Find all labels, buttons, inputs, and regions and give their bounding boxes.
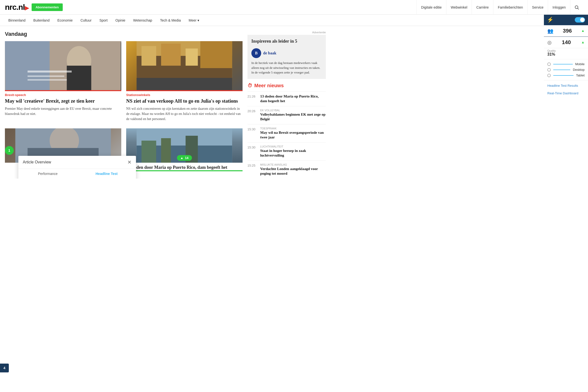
readers-count: 140 <box>562 39 571 46</box>
de-baak-logo: B de baak <box>251 46 322 60</box>
bottom-badge: ▲ 14 <box>177 155 192 161</box>
article-stations[interactable]: Stationswinkels NS ziet af van verkoop A… <box>126 41 242 124</box>
search-icon[interactable] <box>570 0 583 15</box>
desktop-radio[interactable] <box>547 68 551 72</box>
tablet-label: Tablet <box>576 74 584 77</box>
ext-links: Headline Test Results Real-Time Dashboar… <box>544 80 588 98</box>
svg-rect-6 <box>28 70 72 72</box>
ext-logo-icon: ⚡ <box>547 17 554 23</box>
nav-digitale-editie[interactable]: Digitale editie <box>416 0 446 15</box>
nav-economie[interactable]: Economie <box>54 15 76 26</box>
svg-rect-12 <box>161 44 181 66</box>
nav-wetenschap[interactable]: Wetenschap <box>130 15 156 26</box>
article-may-category: Brexit-speech <box>5 93 121 97</box>
article-may-summary: Premier May deed enkele toezeggingen aan… <box>5 106 121 116</box>
mobile-line <box>553 64 573 64</box>
mobile-radio[interactable] <box>547 62 551 66</box>
meer-chevron-icon: ▾ <box>198 18 199 22</box>
nav-meer-button[interactable]: Meer ▾ <box>185 15 202 26</box>
article-stations-image <box>126 41 242 90</box>
nav-service[interactable]: Service <box>528 0 548 15</box>
secondary-nav: Binnenland Buitenland Economie Cultuur S… <box>0 15 588 26</box>
nav-familieberichten[interactable]: Familieberichten <box>493 0 528 15</box>
quality-label: Quality <box>547 49 584 52</box>
logo[interactable]: nrc.nl▶ <box>5 3 29 12</box>
nav-sport[interactable]: Sport <box>96 15 111 26</box>
news-item-1[interactable]: 20:26 EK VOLLEYBAL Volleybaldames beginn… <box>248 106 326 124</box>
news-content-1: EK VOLLEYBAL Volleybaldames beginnen EK … <box>260 109 326 122</box>
svg-rect-13 <box>186 48 198 66</box>
news-item-3[interactable]: 15:30 LUCHTKWALITEIT Staat in hoger bero… <box>248 142 326 160</box>
logo-arrow: ▶ <box>25 5 29 11</box>
badge-count: 14 <box>185 156 188 160</box>
realtime-dashboard-link[interactable]: Real-Time Dashboard <box>544 90 588 97</box>
users-icon: 👥 <box>547 28 554 34</box>
news-content-0: 13 doden door Maria op Puerto Rico, dam … <box>260 94 326 104</box>
nav-tech-media[interactable]: Tech & Media <box>156 15 184 26</box>
meer-nieuws-label: Meer nieuws <box>254 83 284 88</box>
svg-rect-21 <box>142 141 156 163</box>
svg-rect-14 <box>200 41 232 68</box>
tab-performance[interactable]: Performance <box>18 169 77 178</box>
bottom-article-puerto-rico[interactable]: ▲ 14 13 doden door Maria op Puerto Rico,… <box>126 128 242 171</box>
modal-title: Article Overview <box>23 160 51 164</box>
logo-nrc: nrc.nl <box>5 3 25 12</box>
ext-toggle[interactable] <box>575 17 585 22</box>
abonnement-button[interactable]: Abonnementen <box>32 4 63 11</box>
news-time-2: 15:30 <box>248 127 257 140</box>
users-trend-icon: ▲ <box>581 29 584 33</box>
ext-devices: Mobile Desktop Tablet <box>544 59 588 80</box>
modal-header: Article Overview ✕ <box>18 156 136 169</box>
nav-webwinkel[interactable]: Webwinkel <box>446 0 472 15</box>
modal-close-button[interactable]: ✕ <box>128 159 132 165</box>
device-desktop-row: Desktop <box>547 67 584 72</box>
desktop-line <box>553 70 570 70</box>
bottom-puerto-rico-title: 13 doden door Maria op Puerto Rico, dam … <box>126 165 242 170</box>
modal-tabs: Performance Headline Test <box>18 169 136 178</box>
svg-point-0 <box>575 6 578 8</box>
headline-test-results-link[interactable]: Headline Test Results <box>544 82 588 90</box>
quality-value: 31% <box>547 52 584 56</box>
news-item-4[interactable]: 15:25 MISLUKTE AANSLAG Verdachte Londen … <box>248 160 326 178</box>
extension-widget: ⚡ 👥 396 ▲ ◎ 140 ▲ Quality 31% Mobile <box>544 15 588 98</box>
article-stations-title: NS ziet af van verkoop AH to go en Julia… <box>126 98 242 104</box>
ext-quality: Quality 31% <box>544 48 588 59</box>
news-time-3: 15:30 <box>248 145 257 158</box>
baak-icon: B <box>251 48 261 58</box>
mobile-label: Mobile <box>575 62 584 66</box>
article-may[interactable]: Brexit-speech May wil 'creatieve' Brexit… <box>5 41 121 124</box>
nav-buitenland[interactable]: Buitenland <box>30 15 53 26</box>
meer-label: Meer <box>189 18 196 22</box>
logo-area: nrc.nl▶ Abonnementen <box>5 3 63 12</box>
advertentie-label: Advertentie <box>248 31 326 34</box>
desktop-label: Desktop <box>573 68 584 72</box>
de-baak-label: de baak <box>263 51 276 55</box>
news-content-4: MISLUKTE AANSLAG Verdachte Londen aangek… <box>260 163 326 176</box>
news-content-3: LUCHTKWALITEIT Staat in hoger beroep in … <box>260 145 326 158</box>
svg-rect-15 <box>137 78 232 90</box>
nav-carriere[interactable]: Carrière <box>472 0 493 15</box>
svg-rect-22 <box>161 138 171 163</box>
nav-cultuur[interactable]: Cultuur <box>77 15 95 26</box>
nav-inloggen[interactable]: Inloggen <box>548 0 570 15</box>
news-title-0: 13 doden door Maria op Puerto Rico, dam … <box>260 94 326 104</box>
clock-icon: ⏱ <box>248 83 252 88</box>
nav-binnenland[interactable]: Binnenland <box>5 15 29 26</box>
tab-headline-test[interactable]: Headline Test <box>77 169 136 178</box>
news-item-2[interactable]: 15:30 TOESPRAAK May wil na Brexit overga… <box>248 124 326 142</box>
tablet-radio[interactable] <box>547 74 551 77</box>
device-tablet-row: Tablet <box>547 72 584 78</box>
news-list: 21:26 13 doden door Maria op Puerto Rico… <box>248 92 326 178</box>
meer-nieuws-title: ⏱ Meer nieuws <box>248 83 326 88</box>
nav-opinie[interactable]: Opinie <box>112 15 128 26</box>
news-item-0[interactable]: 21:26 13 doden door Maria op Puerto Rico… <box>248 92 326 106</box>
news-category-1: EK VOLLEYBAL <box>260 109 326 112</box>
article-stations-summary: NS wil zich concentreren op zijn kerntak… <box>126 106 242 122</box>
top-nav: Digitale editie Webwinkel Carrière Famil… <box>416 0 583 15</box>
article-may-title: May wil 'creatieve' Brexit, zegt ze tien… <box>5 98 121 104</box>
article-overview-modal: Article Overview ✕ Performance Headline … <box>18 156 136 178</box>
bottom-puerto-rico-image: ▲ 14 <box>126 128 242 163</box>
news-time-0: 21:26 <box>248 94 257 104</box>
ad-block[interactable]: Inspireren als leider in 5 B de baak In … <box>248 35 326 79</box>
tablet-line <box>553 75 574 76</box>
